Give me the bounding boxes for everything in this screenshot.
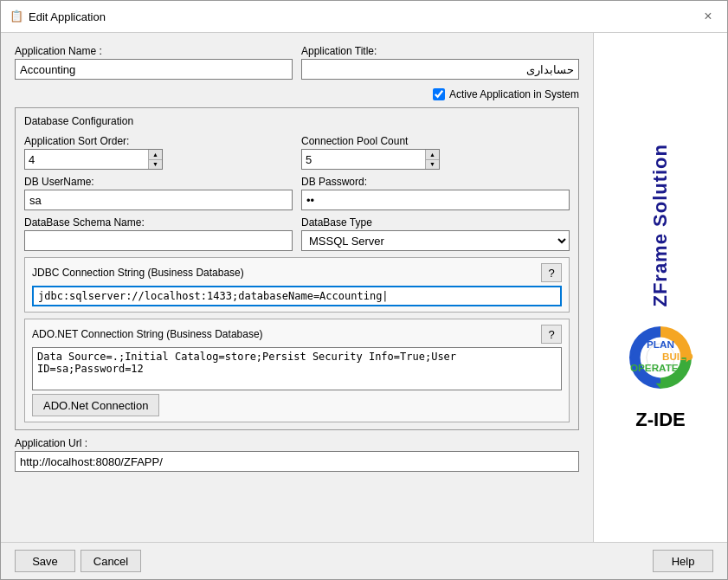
db-type-select[interactable]: MSSQL Server Oracle MySQL PostgreSQL: [301, 230, 570, 251]
active-checkbox[interactable]: [433, 88, 445, 100]
conn-pool-down-btn[interactable]: ▼: [425, 159, 439, 170]
sort-order-field: Application Sort Order: ▲ ▼: [24, 135, 293, 170]
app-url-section: Application Url :: [15, 437, 579, 472]
conn-pool-input[interactable]: [302, 150, 425, 169]
svg-text:PLAN: PLAN: [647, 338, 674, 350]
db-schema-type-row: DataBase Schema Name: DataBase Type MSSQ…: [24, 216, 570, 251]
close-button[interactable]: ×: [698, 6, 718, 27]
logo-svg: PLAN BUILD OPERATE: [622, 319, 699, 396]
brand-title: ZFrame Solution: [649, 144, 672, 307]
db-config-title: Database Configuration: [24, 115, 570, 127]
app-title-field: Application Title:: [301, 45, 579, 80]
sort-order-label: Application Sort Order:: [24, 135, 293, 147]
help-button[interactable]: Help: [653, 550, 713, 572]
title-bar: 📋 Edit Application ×: [1, 1, 727, 33]
zide-label: Z-IDE: [635, 409, 685, 431]
app-name-field: Application Name :: [15, 45, 293, 80]
ado-section: ADO.NET Connection String (Business Data…: [24, 319, 570, 422]
form-area: Application Name : Application Title: Ac…: [1, 33, 593, 542]
db-schema-field: DataBase Schema Name:: [24, 216, 293, 251]
conn-pool-field: Connection Pool Count ▲ ▼: [301, 135, 570, 170]
jdbc-input[interactable]: [32, 286, 562, 306]
active-label: Active Application in System: [449, 88, 579, 100]
db-schema-label: DataBase Schema Name:: [24, 216, 293, 229]
conn-pool-spinner: ▲ ▼: [301, 149, 440, 170]
db-schema-input[interactable]: [24, 230, 293, 251]
jdbc-header: JDBC Connection String (Business Databas…: [32, 263, 562, 282]
db-password-input[interactable]: [301, 190, 570, 210]
db-type-label: DataBase Type: [301, 216, 570, 229]
db-type-select-wrap: MSSQL Server Oracle MySQL PostgreSQL: [301, 230, 570, 251]
ado-textarea[interactable]: Data Source=.;Initial Catalog=store;Pers…: [32, 347, 562, 390]
ado-help-button[interactable]: ?: [541, 325, 562, 344]
sort-order-up-btn[interactable]: ▲: [148, 150, 162, 159]
sort-order-input[interactable]: [25, 150, 148, 169]
sort-order-down-btn[interactable]: ▼: [148, 159, 162, 170]
right-panel: ZFrame Solution PLAN BUILD OPERATE: [593, 33, 727, 542]
app-name-input[interactable]: [15, 59, 293, 80]
db-password-field: DB Password:: [301, 176, 570, 210]
active-app-row: Active Application in System: [15, 87, 579, 100]
app-icon: 📋: [10, 10, 23, 23]
save-button[interactable]: Save: [15, 550, 75, 572]
ado-label: ADO.NET Connection String (Business Data…: [32, 328, 263, 340]
db-type-field: DataBase Type MSSQL Server Oracle MySQL …: [301, 216, 570, 251]
conn-pool-up-btn[interactable]: ▲: [425, 150, 439, 159]
main-content: Application Name : Application Title: Ac…: [1, 33, 727, 542]
ado-header: ADO.NET Connection String (Business Data…: [32, 325, 562, 344]
ado-net-connection-button[interactable]: ADO.Net Connection: [32, 394, 159, 416]
app-name-label: Application Name :: [15, 45, 293, 57]
svg-text:OPERATE: OPERATE: [630, 362, 679, 373]
cancel-button[interactable]: Cancel: [81, 550, 141, 572]
jdbc-section: JDBC Connection String (Business Databas…: [24, 257, 570, 313]
sort-order-spinner-btns: ▲ ▼: [148, 150, 162, 169]
app-title-label: Application Title:: [301, 45, 579, 57]
jdbc-label: JDBC Connection String (Business Databas…: [32, 267, 244, 279]
sort-pool-row: Application Sort Order: ▲ ▼ Connection P…: [24, 135, 570, 170]
db-user-input[interactable]: [24, 190, 293, 210]
db-user-pass-row: DB UserName: DB Password:: [24, 176, 570, 210]
dialog-title: Edit Application: [29, 10, 106, 23]
db-user-field: DB UserName:: [24, 176, 293, 210]
edit-application-dialog: 📋 Edit Application × Application Name : …: [0, 0, 728, 580]
app-url-label: Application Url :: [15, 437, 579, 449]
app-name-title-row: Application Name : Application Title:: [15, 45, 579, 80]
conn-pool-spinner-btns: ▲ ▼: [425, 150, 439, 169]
bottom-buttons-left: Save Cancel: [15, 550, 141, 572]
jdbc-help-button[interactable]: ?: [541, 263, 562, 282]
sort-order-spinner: ▲ ▼: [24, 149, 163, 170]
title-bar-left: 📋 Edit Application: [10, 10, 106, 23]
app-url-input[interactable]: [15, 451, 579, 472]
app-title-input[interactable]: [301, 59, 579, 80]
db-user-label: DB UserName:: [24, 176, 293, 188]
bottom-buttons: Save Cancel Help: [1, 542, 727, 579]
db-password-label: DB Password:: [301, 176, 570, 188]
conn-pool-label: Connection Pool Count: [301, 135, 570, 147]
db-config-group: Database Configuration Application Sort …: [15, 107, 579, 430]
